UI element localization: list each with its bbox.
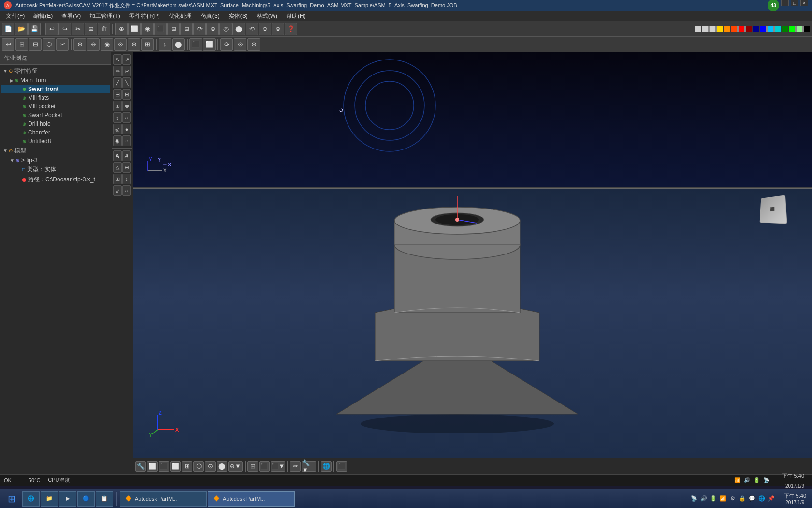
color-swatch-6[interactable] [738,26,745,32]
tb-btn-10[interactable]: ⬤ [232,23,245,35]
bottom-tb-11[interactable]: ⬛ [259,461,270,472]
menu-item-p[interactable]: 零件特征(P) [125,11,164,21]
color-swatch-4[interactable] [724,26,730,32]
tb-btn-12[interactable]: ⊙ [259,23,271,35]
bottom-tb-2[interactable]: ⬜ [147,461,158,472]
crosshair-tool[interactable]: ⊕ [122,162,131,173]
color-swatch-1[interactable] [702,26,709,32]
op-btn-12[interactable]: ↕ [159,38,171,51]
tool-a[interactable]: ⊟ [113,89,122,100]
tree-expand-tip-3[interactable]: ▼ [10,158,14,163]
bottom-tb-3[interactable]: ⬛ [159,461,169,472]
tree-node-chamfer[interactable]: ⊕Chamfer [1,128,110,137]
color-swatch-3[interactable] [716,26,723,32]
tree-node-path[interactable]: 路径：C:\Doosan\tip-3.x_t [1,175,110,185]
bottom-tb-16[interactable]: ⬛ [336,461,347,472]
taskbar-tray-7[interactable]: 💬 [748,495,756,503]
color-swatch-14[interactable] [796,26,803,32]
tree-node-mill-pocket[interactable]: ⊕Mill pocket [1,102,110,111]
op-btn-4[interactable]: ⬡ [43,38,55,51]
tb-btn-4[interactable]: ⬛ [154,23,167,35]
text-tool-2[interactable]: A [122,150,131,161]
op-btn-9[interactable]: ⊗ [114,38,127,51]
taskbar-tray-8[interactable]: 🌐 [758,495,766,503]
tree-node-swarf-front[interactable]: ⊕Swarf front [1,85,110,93]
bottom-tb-7[interactable]: ⊙ [205,461,216,472]
line-tool[interactable]: ╱ [113,77,122,88]
cut-tool[interactable]: ✂ [122,66,131,76]
tree-node-swarf-pocket[interactable]: ⊕Swarf Pocket [1,111,110,120]
tree-node-type-solid[interactable]: □类型：实体 [1,164,110,175]
tree-node-drill-hole[interactable]: ⊕Drill hole [1,120,110,128]
bottom-tb-14[interactable]: 🔧▼ [302,461,316,472]
arrow-tool-2[interactable]: ↔ [122,185,131,196]
op-btn-15[interactable]: ⬜ [203,38,216,51]
bottom-tb-1[interactable]: 🔧 [135,461,146,472]
tool-h[interactable]: ○ [122,135,131,146]
tree-node-features[interactable]: ▼⊙零件特征 [1,66,110,76]
menu-item-f[interactable]: 文件(F) [2,11,29,21]
rotate-tool[interactable]: ↗ [122,54,131,65]
op-btn-18[interactable]: ⊛ [247,38,260,51]
tree-node-untitled8[interactable]: ⊕Untitled8 [1,137,110,146]
color-swatch-8[interactable] [753,26,759,32]
op-btn-13[interactable]: ⬤ [172,38,185,51]
color-swatch-7[interactable] [745,26,752,32]
color-swatch-10[interactable] [767,26,774,32]
tree-node-models[interactable]: ▼⊙模型 [1,146,110,156]
tb-btn-13[interactable]: ⊛ [272,23,284,35]
op-btn-16[interactable]: ⟳ [220,38,233,51]
tree-node-tip-3[interactable]: ▼⊕> tip-3 [1,156,110,164]
bottom-tb-5[interactable]: ⊞ [182,461,192,472]
circle-fill-tool[interactable]: ● [122,124,131,134]
bottom-tb-8[interactable]: ⬤ [217,461,227,472]
tb-btn-8[interactable]: ⊕ [206,23,219,35]
op-btn-1[interactable]: ↩ [2,38,14,51]
cut-button[interactable]: ✂ [72,23,84,35]
color-swatch-0[interactable] [695,26,701,32]
tb-btn-11[interactable]: ⟲ [246,23,258,35]
bottom-tb-15[interactable]: 🌐 [321,461,332,472]
taskbar-ie[interactable]: 🌐 [22,491,40,507]
menu-item-s[interactable]: 实体(S) [225,11,252,21]
bottom-tb-6[interactable]: ⬡ [193,461,204,472]
close-button[interactable]: × [800,0,808,6]
menu-item-e[interactable]: 编辑(E) [29,11,57,21]
tool-b[interactable]: ⊞ [122,89,131,100]
op-btn-6[interactable]: ⊕ [73,38,86,51]
open-button[interactable]: 📂 [15,23,28,35]
menu-item-h[interactable]: 帮助(H) [282,11,310,21]
menu-item-[interactable]: 优化处理 [165,11,196,21]
save-button[interactable]: 💾 [28,23,41,35]
menu-item-t[interactable]: 加工管理(T) [86,11,124,21]
op-btn-10[interactable]: ⊕ [128,38,140,51]
circle-tool[interactable]: ◎ [113,124,122,134]
select-tool[interactable]: ↖ [113,54,122,65]
tool-d[interactable]: ⊗ [122,101,131,111]
op-btn-3[interactable]: ⊟ [29,38,42,51]
tb-btn-1[interactable]: ⊕ [115,23,128,35]
taskbar-misc1[interactable]: 🔵 [77,491,95,507]
tool-f[interactable]: ↔ [122,112,131,123]
tree-expand-models[interactable]: ▼ [3,148,8,153]
taskbar-tray-3[interactable]: 🔋 [710,495,717,503]
op-btn-2[interactable]: ⊞ [15,38,28,51]
taskbar-app-1[interactable]: 🔶 Autodesk PartM... [120,491,207,507]
height-tool[interactable]: ↕ [122,174,131,184]
nav-cube-face[interactable]: ⬛ [760,195,787,224]
tb-btn-9[interactable]: ◎ [219,23,232,35]
color-swatch-2[interactable] [709,26,716,32]
taskbar-media[interactable]: ▶ [59,491,76,507]
taskbar-explorer[interactable]: 📁 [41,491,58,507]
color-swatch-5[interactable] [731,26,738,32]
color-swatch-13[interactable] [789,26,796,32]
tb-btn-7[interactable]: ⟳ [193,23,206,35]
op-btn-17[interactable]: ⊙ [234,38,246,51]
angle-tool[interactable]: ╲ [122,77,131,88]
tree-expand-main-turn[interactable]: ▶ [10,78,14,83]
taskbar-app-2[interactable]: 🔶 Autodesk PartM... [208,491,295,507]
color-swatch-12[interactable] [782,26,788,32]
text-tool-1[interactable]: A [113,150,122,161]
color-swatch-11[interactable] [774,26,781,32]
tree-expand-features[interactable]: ▼ [3,68,8,74]
